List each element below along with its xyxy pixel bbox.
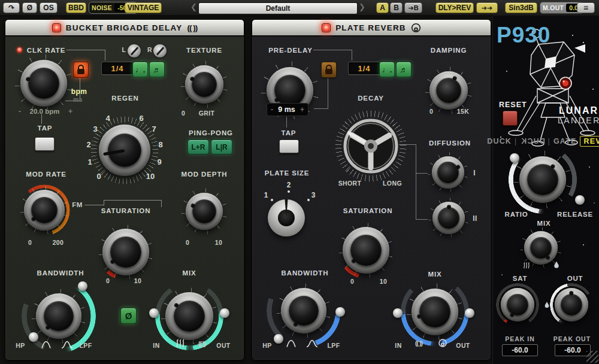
preset-a-button[interactable]: A: [376, 2, 389, 13]
sat-knob[interactable]: [501, 288, 534, 321]
bpm-unit-label[interactable]: bpm: [71, 87, 87, 96]
global-phase-button[interactable]: Ø: [22, 2, 37, 13]
rate-increment[interactable]: +: [68, 107, 72, 116]
ps-dot: [307, 199, 310, 201]
wire: [286, 117, 287, 128]
tap-label: TAP: [282, 129, 297, 136]
preset-b-button[interactable]: B: [390, 2, 403, 13]
mix-in-handle[interactable]: [393, 308, 403, 318]
mix-knob[interactable]: [412, 289, 458, 335]
mode-gate[interactable]: GATE: [553, 137, 577, 145]
release-handle[interactable]: [575, 195, 585, 205]
saturation-min: 0: [350, 278, 354, 285]
menu-icon[interactable]: ≡: [577, 2, 595, 13]
triplet-note-button[interactable]: ♬: [149, 62, 165, 77]
tempo-lock-button[interactable]: [321, 62, 337, 78]
ducker-mix-knob[interactable]: [524, 231, 558, 265]
mix-label: MIX: [182, 269, 196, 277]
copy-to-b-button[interactable]: ➔B: [404, 2, 422, 13]
texture-knob[interactable]: [185, 65, 223, 104]
clk-rate-knob[interactable]: [20, 60, 67, 107]
prev-preset-icon[interactable]: ❮: [190, 2, 197, 11]
decay-min: SHORT: [338, 180, 362, 187]
sat-label: SAT: [513, 275, 528, 282]
regen-tick-8: 8: [158, 140, 162, 149]
saturation-max: 10: [380, 278, 387, 285]
decay-label: DECAY: [358, 95, 384, 102]
mod-depth-knob[interactable]: [186, 193, 223, 230]
mode-duck[interactable]: DUCK: [487, 137, 512, 145]
vintage-mode-button[interactable]: VINTAGE: [125, 2, 162, 13]
left-trim-label: L: [122, 46, 126, 53]
oversampling-button[interactable]: OS: [40, 2, 58, 13]
lpf-handle[interactable]: [335, 307, 345, 317]
echo-icon: (( )): [198, 340, 205, 347]
plate-size-knob[interactable]: [268, 199, 305, 236]
mix-out-handle[interactable]: [465, 308, 474, 318]
mode-rev-selected[interactable]: REV: [580, 136, 599, 147]
preset-selector[interactable]: Default: [198, 2, 358, 14]
pd-increment[interactable]: +: [300, 105, 304, 114]
mix-in-label: IN: [395, 342, 401, 349]
tap-tempo-button[interactable]: [35, 137, 55, 151]
bbd-mode-button[interactable]: BBD: [66, 2, 86, 13]
dotted-note-button[interactable]: ♩.: [132, 62, 148, 77]
ducker-knob[interactable]: [519, 156, 566, 203]
diffusion-2-knob[interactable]: [432, 202, 465, 234]
bandwidth-knob[interactable]: [36, 293, 81, 339]
wire: [66, 50, 105, 50]
mix-in-handle[interactable]: [149, 308, 159, 318]
ping-pong-sum-button[interactable]: L+R: [187, 139, 209, 154]
hp-handle[interactable]: [29, 332, 38, 342]
pan-law-button[interactable]: Sin3dB: [505, 2, 537, 13]
mix-knob[interactable]: [165, 292, 213, 340]
reset-button[interactable]: [503, 111, 518, 126]
bandwidth-knob[interactable]: [281, 288, 326, 333]
pd-value: 9 ms: [278, 105, 295, 114]
delay-phase-button[interactable]: Ø: [120, 308, 137, 324]
saturation-label: SATURATION: [343, 207, 393, 214]
lpf-handle[interactable]: [78, 281, 87, 291]
brand-lunar: LUNAR: [559, 105, 598, 116]
left-trim-knob[interactable]: [128, 44, 141, 57]
next-preset-icon[interactable]: ❯: [359, 2, 365, 11]
resize-grip[interactable]: [586, 351, 598, 363]
delay-sync-display[interactable]: 1/4: [101, 62, 134, 75]
mod-depth-max: 10: [215, 239, 222, 246]
pre-delay-value[interactable]: - 9 ms +: [267, 104, 308, 116]
dotted-note-button[interactable]: ♩.: [379, 62, 395, 77]
tap-tempo-button[interactable]: [279, 139, 299, 153]
decay-knob[interactable]: [343, 119, 398, 174]
delay-power-led[interactable]: [52, 23, 61, 32]
ms-unit-label[interactable]: ms: [73, 96, 83, 103]
reverb-header: PLATE REVERB: [252, 20, 491, 37]
reverb-title: PLATE REVERB: [335, 23, 406, 32]
saturation-knob[interactable]: [102, 229, 149, 275]
diffusion-1-knob[interactable]: [432, 156, 464, 189]
steam-icon: [523, 262, 530, 269]
saturation-knob[interactable]: [343, 227, 389, 274]
ping-pong-split-button[interactable]: L|R: [211, 139, 232, 154]
right-trim-knob[interactable]: [153, 44, 167, 57]
hp-handle[interactable]: [274, 334, 283, 344]
bypass-icon[interactable]: ↷: [3, 2, 20, 13]
pd-decrement[interactable]: -: [271, 105, 273, 114]
rate-decrement[interactable]: -: [19, 107, 21, 116]
saturation-max: 10: [134, 277, 141, 284]
tempo-lock-button[interactable]: [73, 62, 89, 78]
regen-knob[interactable]: [99, 125, 150, 176]
out-knob[interactable]: [555, 288, 588, 321]
ratio-handle[interactable]: [510, 153, 519, 163]
wire: [328, 77, 328, 108]
triplet-note-button[interactable]: ♬: [396, 62, 412, 77]
mix-out-handle[interactable]: [220, 308, 229, 318]
clk-rate-value[interactable]: - 20.0 bpm +: [19, 107, 72, 116]
wire: [161, 200, 162, 207]
routing-serial-icon[interactable]: ➔➔: [476, 2, 498, 13]
droplet-icon: [553, 261, 559, 269]
reverb-sync-display[interactable]: 1/4: [348, 62, 380, 75]
routing-order-button[interactable]: DLY>REV: [435, 2, 474, 13]
damping-knob[interactable]: [429, 71, 468, 110]
reverb-power-led[interactable]: [322, 23, 331, 32]
mod-rate-knob[interactable]: [24, 190, 65, 230]
